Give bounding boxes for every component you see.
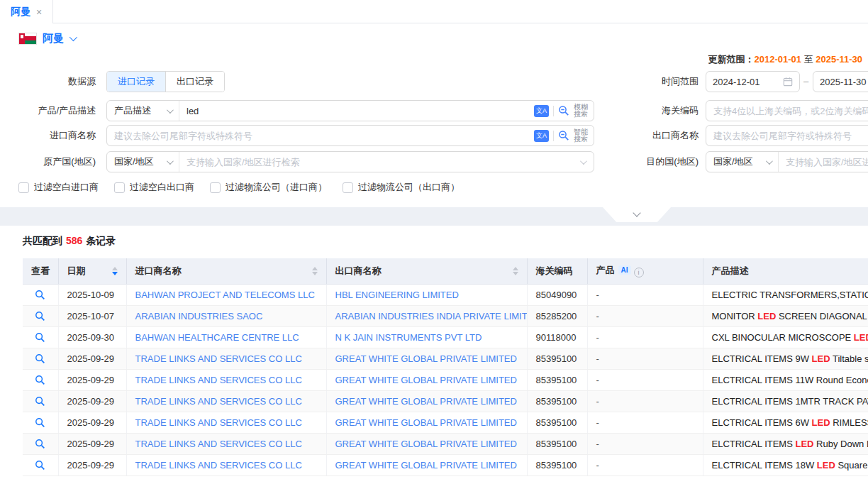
fuzzy-search-button[interactable]: 模糊 搜索: [574, 104, 588, 118]
exporter-link[interactable]: GREAT WHITE GLOBAL PRIVATE LIMITED: [326, 390, 527, 412]
hs-code-cell: 85049090: [527, 284, 587, 305]
results-summary: 共匹配到586条记录: [23, 235, 868, 248]
description-cell: ELCTRICAL ITEMS 11W Round Econo...: [703, 369, 868, 390]
fuzzy-search-icon[interactable]: [558, 105, 569, 116]
view-cell: [23, 305, 58, 326]
exporter-link[interactable]: GREAT WHITE GLOBAL PRIVATE LIMITED: [326, 369, 527, 390]
importer-link[interactable]: BAHWAN PROJECT AND TELECOMS LLC: [126, 284, 326, 305]
table-header-row: 查看 日期 进口商名称 出口商名称 海关编码 产品AIi 产品描述: [23, 258, 868, 284]
search-form: 更新范围：2012-01-01 至 2025-11-30 数据源 进口记录 出口…: [0, 53, 868, 207]
product-type-select[interactable]: 产品描述: [107, 101, 179, 121]
checkbox-filter-logistics-importer[interactable]: 过滤物流公司（进口商）: [210, 181, 327, 194]
update-range-to-word: 至: [804, 54, 813, 65]
close-icon[interactable]: ×: [36, 6, 42, 18]
checkbox-filter-blank-exporter[interactable]: 过滤空白出口商: [114, 181, 194, 194]
chevron-down-icon[interactable]: [69, 33, 77, 41]
hs-code-label: 海关编码: [631, 100, 699, 121]
date-cell: 2025-09-29: [58, 369, 126, 390]
view-detail-icon[interactable]: [35, 460, 45, 471]
exporter-link[interactable]: GREAT WHITE GLOBAL PRIVATE LIMITED: [326, 412, 527, 433]
view-detail-icon[interactable]: [35, 290, 45, 300]
exporter-link[interactable]: GREAT WHITE GLOBAL PRIVATE LIMITED: [326, 433, 527, 454]
hs-code-cell: 85395100: [527, 412, 587, 433]
destination-group: 国家/地区: [706, 151, 868, 172]
view-detail-icon[interactable]: [35, 353, 45, 364]
importer-link[interactable]: TRADE LINKS AND SERVICES CO LLC: [126, 433, 326, 454]
view-detail-icon[interactable]: [35, 375, 45, 385]
tab-import-records[interactable]: 进口记录: [107, 72, 165, 92]
filter-checkbox-row: 过滤空白进口商 过滤空白出口商 过滤物流公司（进口商） 过滤物流公司（出口商）: [18, 181, 460, 194]
exporter-name-input[interactable]: [706, 125, 868, 146]
view-cell: [23, 433, 58, 454]
exporter-link[interactable]: HBL ENGINEERING LIMITED: [326, 284, 527, 305]
collapse-form-handle[interactable]: [603, 207, 671, 222]
importer-link[interactable]: TRADE LINKS AND SERVICES CO LLC: [126, 390, 326, 412]
exporter-link[interactable]: GREAT WHITE GLOBAL PRIVATE LIMITED: [326, 454, 527, 475]
time-range-end-value: 2025-11-30: [820, 77, 867, 87]
date-cell: 2025-09-29: [58, 348, 126, 369]
importer-link[interactable]: TRADE LINKS AND SERVICES CO LLC: [126, 454, 326, 475]
view-detail-icon[interactable]: [35, 417, 45, 428]
importer-link[interactable]: ARABIAN INDUSTRIES SAOC: [126, 305, 326, 326]
product-search-input[interactable]: [179, 101, 534, 121]
view-detail-icon[interactable]: [35, 439, 45, 449]
origin-country-select-value: 国家/地区: [114, 155, 154, 168]
tab-oman[interactable]: 阿曼 ×: [0, 0, 53, 23]
smart-search-icon[interactable]: [558, 130, 569, 141]
importer-name-input[interactable]: [107, 126, 534, 145]
origin-country-input[interactable]: [179, 152, 580, 172]
exporter-link[interactable]: GREAT WHITE GLOBAL PRIVATE LIMITED: [326, 348, 527, 369]
tab-bar: 阿曼 ×: [0, 0, 868, 23]
destination-input[interactable]: [779, 152, 868, 172]
exporter-link[interactable]: ARABIAN INDUSTRIES INDIA PRIVATE LIMIT..…: [326, 305, 527, 326]
column-header-exporter[interactable]: 出口商名称: [326, 258, 527, 284]
sort-icon-exporter[interactable]: [513, 267, 518, 275]
checkbox-icon[interactable]: [18, 182, 29, 193]
results-table: 查看 日期 进口商名称 出口商名称 海关编码 产品AIi 产品描述: [23, 258, 868, 476]
calendar-icon[interactable]: [783, 77, 793, 87]
view-detail-icon[interactable]: [35, 311, 45, 321]
checkbox-icon[interactable]: [343, 182, 353, 193]
product-cell: -: [587, 369, 703, 390]
time-range-start-input[interactable]: 2024-12-01: [706, 71, 800, 92]
view-detail-icon[interactable]: [35, 332, 45, 343]
origin-country-select[interactable]: 国家/地区: [107, 152, 179, 172]
importer-link[interactable]: TRADE LINKS AND SERVICES CO LLC: [126, 369, 326, 390]
oman-flag-icon: [18, 33, 37, 45]
column-header-importer[interactable]: 进口商名称: [126, 258, 326, 284]
chevron-down-icon[interactable]: [580, 158, 587, 165]
importer-link[interactable]: BAHWAN HEALTHCARE CENTRE LLC: [126, 326, 326, 348]
checkbox-icon[interactable]: [114, 182, 125, 193]
country-name[interactable]: 阿曼: [43, 32, 64, 45]
hs-code-input[interactable]: [706, 100, 868, 121]
exporter-link[interactable]: N K JAIN INSTRUMENTS PVT LTD: [326, 326, 527, 348]
destination-select[interactable]: 国家/地区: [706, 152, 779, 172]
view-detail-icon[interactable]: [35, 396, 45, 407]
update-range-from: 2012-01-01: [754, 54, 801, 65]
hs-code-cell: 85395100: [527, 369, 587, 390]
checkbox-icon[interactable]: [210, 182, 221, 193]
date-cell: 2025-10-07: [58, 305, 126, 326]
date-cell: 2025-09-29: [58, 433, 126, 454]
importer-link[interactable]: TRADE LINKS AND SERVICES CO LLC: [126, 412, 326, 433]
view-cell: [23, 326, 58, 348]
sort-icon-importer[interactable]: [312, 267, 318, 275]
time-range-label: 时间范围: [631, 71, 699, 92]
table-row: 2025-09-29 TRADE LINKS AND SERVICES CO L…: [23, 412, 868, 433]
sort-icon-date[interactable]: [112, 267, 118, 275]
table-row: 2025-10-07 ARABIAN INDUSTRIES SAOC ARABI…: [23, 305, 868, 326]
column-header-view: 查看: [23, 258, 58, 284]
results-count: 586: [66, 235, 82, 246]
origin-country-group: 国家/地区: [106, 151, 594, 172]
importer-link[interactable]: TRADE LINKS AND SERVICES CO LLC: [126, 348, 326, 369]
translate-icon[interactable]: 文A: [534, 105, 549, 117]
column-header-date[interactable]: 日期: [58, 258, 126, 284]
translate-icon[interactable]: 文A: [534, 130, 549, 142]
tab-export-records[interactable]: 出口记录: [165, 72, 224, 92]
time-range-end-input[interactable]: 2025-11-30: [813, 71, 868, 92]
info-icon[interactable]: i: [634, 268, 644, 277]
checkbox-filter-blank-importer[interactable]: 过滤空白进口商: [18, 181, 99, 194]
smart-search-button[interactable]: 智能 搜索: [574, 128, 588, 143]
date-cell: 2025-09-29: [58, 454, 126, 475]
checkbox-filter-logistics-exporter[interactable]: 过滤物流公司（出口商）: [343, 181, 460, 194]
